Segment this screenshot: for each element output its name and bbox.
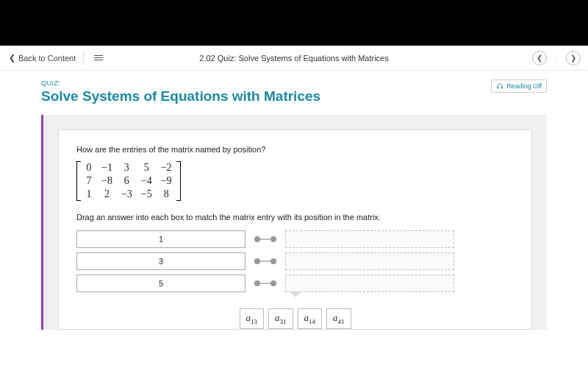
matrix-cell: −5 (137, 188, 157, 201)
matrix-cell: −9 (157, 174, 176, 188)
matrix-cell: 3 (117, 161, 137, 174)
matrix-cell: 6 (117, 174, 137, 188)
quiz-title: Solve Systems of Equations with Matrices (41, 88, 320, 105)
matrix-cell: 5 (137, 161, 157, 174)
drag-handle[interactable] (254, 258, 276, 264)
matrix-cell: 0 (81, 161, 97, 174)
reading-toggle[interactable]: Reading Off (491, 79, 547, 93)
match-rows: 1 3 5 (76, 230, 514, 292)
divider (83, 51, 84, 66)
matrix-display: 0 −1 3 5 −2 7 −8 6 −4 −9 1 (76, 161, 181, 201)
reading-label: Reading Off (506, 82, 542, 90)
breadcrumb-bar: ❮ Back to Content 2.02 Quiz: Solve Syste… (0, 46, 588, 71)
given-value: 1 (76, 230, 245, 248)
matrix-cell: −4 (137, 174, 157, 188)
matrix-cell: 7 (81, 174, 97, 188)
page-title: 2.02 Quiz: Solve Systems of Equations wi… (199, 54, 388, 63)
chevron-right-icon: ❯ (570, 54, 576, 62)
instruction-text: Drag an answer into each box to match th… (76, 213, 514, 222)
answer-tiles: a13 a31 a14 a41 (76, 301, 514, 329)
given-value: 3 (76, 252, 245, 270)
quiz-panel: How are the entries of the matrix named … (41, 115, 547, 330)
match-row: 3 (76, 252, 514, 270)
matrix-cell: −8 (97, 174, 117, 188)
drag-handle[interactable] (254, 236, 276, 242)
chevron-left-icon: ❮ (537, 54, 542, 62)
drop-target[interactable] (285, 252, 454, 270)
matrix-cell: 1 (81, 188, 97, 201)
next-button[interactable]: ❯ (566, 51, 581, 66)
answer-tile[interactable]: a13 (240, 308, 265, 329)
matrix-cell: 2 (97, 188, 117, 201)
question-text: How are the entries of the matrix named … (76, 145, 514, 154)
matrix-table: 0 −1 3 5 −2 7 −8 6 −4 −9 1 (81, 161, 176, 201)
answer-tile[interactable]: a14 (298, 308, 323, 329)
notch-icon (76, 292, 514, 301)
quiz-kicker: QUIZ: (41, 79, 320, 87)
menu-icon[interactable] (91, 52, 106, 63)
drop-target[interactable] (285, 230, 454, 248)
answer-tile[interactable]: a31 (268, 308, 293, 329)
chevron-left-icon: ❮ (9, 53, 15, 63)
prev-button[interactable]: ❮ (532, 51, 547, 66)
main-content: QUIZ: Solve Systems of Equations with Ma… (0, 71, 588, 330)
headphones-icon (496, 82, 503, 90)
answer-tile[interactable]: a41 (326, 308, 351, 329)
drop-target[interactable] (285, 275, 454, 292)
back-button[interactable]: ❮ Back to Content (0, 53, 76, 63)
dots-icon: ⋮ (550, 54, 563, 62)
matrix-cell: −2 (157, 161, 176, 174)
match-row: 5 (76, 275, 514, 292)
matrix-cell: −1 (97, 161, 117, 174)
matrix-cell: 8 (157, 188, 176, 201)
matrix-cell: −3 (117, 188, 137, 201)
match-row: 1 (76, 230, 514, 248)
app-titlebar (0, 0, 588, 46)
drag-handle[interactable] (254, 280, 276, 286)
nav-controls: ❮ ⋮ ❯ (532, 51, 581, 66)
given-value: 5 (76, 275, 245, 292)
quiz-card: How are the entries of the matrix named … (58, 130, 532, 330)
back-label: Back to Content (18, 54, 76, 63)
